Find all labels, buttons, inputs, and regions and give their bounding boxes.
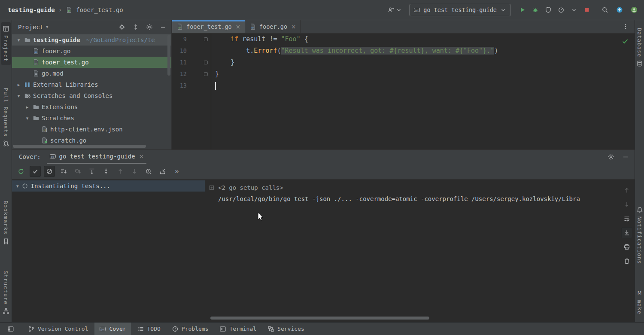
gear-button[interactable] [145,22,154,32]
project-tree-item[interactable]: ▸Extensions [12,101,171,113]
pull-requests-icon [3,140,9,147]
coverage-button[interactable] [543,4,554,15]
expand-all-button[interactable] [86,166,97,177]
run-console[interactable]: <2 go setup calls> /usr/local/go/bin/go … [205,180,619,322]
run-configuration-select[interactable]: go go test testing-guide [409,4,511,16]
statusbar-tab-cover[interactable]: goCover [94,323,131,335]
sort-by-duration-button[interactable] [72,166,83,177]
fold-marker[interactable] [187,61,211,64]
stripe-item-pull-requests[interactable]: Pull Requests [1,84,11,150]
statusbar-tab-services[interactable]: Services [263,323,309,335]
code-with-me-button[interactable] [388,6,402,13]
project-vertical-scrollbar[interactable] [167,35,170,76]
minimize-button[interactable] [158,22,168,32]
stop-button[interactable] [581,4,592,15]
tab-options-button[interactable] [621,22,630,31]
scroll-down-button[interactable] [621,199,632,210]
statusbar-tab-version-control[interactable]: Version Control [23,323,93,335]
profiler-button[interactable] [556,4,567,15]
stripe-item-structure[interactable]: Structure [1,267,11,318]
stripe-item-make[interactable]: Mmake [635,286,644,318]
project-tree-item[interactable]: {}http-client.env.json [12,124,171,135]
soft-wrap-button[interactable] [621,213,632,224]
project-panel-title[interactable]: Project [18,24,43,30]
scroll-to-end-button[interactable] [621,227,632,238]
project-tree-item[interactable]: ▾Scratches and Consoles [12,90,171,101]
more-actions-button[interactable]: » [171,166,182,177]
console-horizontal-scrollbar[interactable] [210,317,429,320]
stripe-item-notifications[interactable]: Notifications [635,203,644,268]
editor-tab[interactable]: gofooer_test.go× [172,20,245,33]
previous-failed-test-button[interactable] [115,166,126,177]
todo-icon [137,326,144,332]
search-button[interactable] [599,4,611,15]
cover-run-tab[interactable]: go go test testing-guide × [47,150,147,164]
close-icon[interactable]: × [291,23,296,30]
breadcrumb-file[interactable]: fooer_test.go [76,6,123,13]
breadcrumb-project[interactable]: testing-guide [8,6,55,13]
project-tree-item[interactable]: ▾Scratches [12,113,171,124]
statusbar-tab-problems[interactable]: Problems [167,323,213,335]
rerun-tests-button[interactable] [15,166,27,177]
avatar-button[interactable] [629,4,640,15]
code-editor[interactable]: 9 if result != "Foo" {10 t.Errorf("Resul… [172,34,635,149]
show-ignored-button[interactable] [44,166,55,177]
chevron-right-icon[interactable]: ▸ [24,104,30,110]
chevron-down-icon[interactable]: ▾ [15,93,22,99]
library-icon [24,81,31,88]
debug-button[interactable] [530,4,541,15]
folder-icon [33,115,39,122]
test-tree-row[interactable]: ▾ Instantiating tests... [12,180,205,192]
project-tree-item[interactable]: ▸External Libraries [12,79,171,90]
collapse-all-button[interactable] [100,166,112,177]
sort-alphabetically-button[interactable] [58,166,69,177]
project-tree-item[interactable]: ▾testing-guide~/GoLandProjects/te [12,34,171,46]
stripe-item-bookmarks[interactable]: Bookmarks [1,197,11,248]
chevron-down-icon[interactable]: ▾ [24,116,30,121]
show-passed-button[interactable] [30,166,41,177]
avatar-icon [631,6,638,13]
close-icon[interactable]: × [139,153,144,160]
fold-marker[interactable] [187,72,211,76]
scroll-up-button[interactable] [621,185,632,196]
inspections-ok-icon[interactable] [622,38,629,45]
fold-plus-icon[interactable] [208,184,215,191]
code-with-me-icon [388,6,395,13]
fold-marker[interactable] [187,37,211,41]
project-horizontal-scrollbar[interactable] [13,145,146,148]
chevron-down-icon[interactable]: ▾ [16,183,19,189]
close-icon[interactable]: × [236,23,240,30]
clear-all-button[interactable] [621,256,632,267]
chevron-down-icon[interactable]: ▾ [15,37,22,43]
go-file-icon: go [33,48,39,55]
go-run-icon: go [99,326,106,332]
collapse-all-button[interactable] [131,22,140,32]
statusbar-tab-terminal[interactable]: Terminal [215,323,261,335]
chevron-right-icon[interactable]: ▸ [15,82,22,88]
project-tree-item[interactable]: gofooer_test.go [12,57,171,68]
run-configuration-label: go test testing-guide [423,6,497,13]
test-tree-pane[interactable]: ▾ Instantiating tests... [12,180,205,322]
statusbar-tab-label: Terminal [229,326,256,332]
project-tree-item[interactable]: gofooer.go [12,46,171,57]
gear-button[interactable] [606,152,616,161]
project-tree-item[interactable]: go.mod [12,68,171,79]
stripe-item-database[interactable]: Database [635,24,644,70]
print-button[interactable] [621,241,632,253]
print-icon [623,244,630,250]
run-button[interactable] [517,4,528,15]
update-button[interactable] [614,4,625,15]
chevron-down-button[interactable] [568,4,580,15]
test-history-button[interactable] [143,166,154,177]
statusbar-tab-label: TODO [147,326,161,332]
locate-button[interactable] [117,22,127,32]
line-number: 10 [172,45,187,57]
chevron-down-icon[interactable]: ▾ [46,24,49,30]
next-failed-test-button[interactable] [129,166,140,177]
tool-window-layout-button[interactable] [6,324,15,334]
minimize-button[interactable] [621,152,630,161]
stripe-item-project[interactable]: Project [1,22,11,65]
statusbar-tab-todo[interactable]: TODO [133,323,165,335]
import-test-results-button[interactable] [157,166,168,177]
editor-tab[interactable]: gofooer.go× [245,20,301,33]
